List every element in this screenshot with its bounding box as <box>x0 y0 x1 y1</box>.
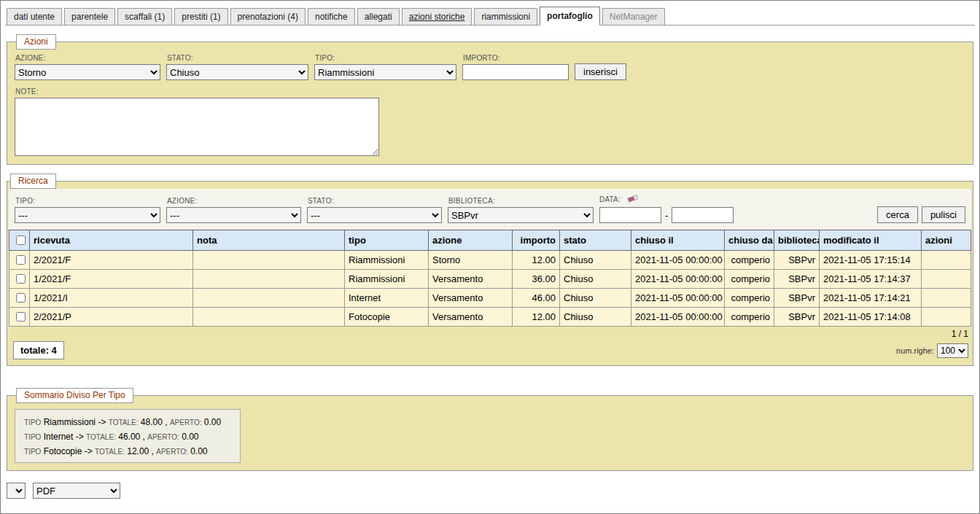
tab-azioni-storiche[interactable]: azioni storiche <box>402 8 472 26</box>
num-righe-label: num.righe: <box>896 346 934 355</box>
cell-importo: 12.00 <box>513 251 560 270</box>
export-extra-select[interactable] <box>7 483 26 499</box>
cell-chiuso-da: comperio <box>725 308 774 327</box>
header-nota: nota <box>193 230 345 251</box>
cell-chiuso-da: comperio <box>725 270 774 289</box>
cell-chiuso-da: comperio <box>725 289 774 308</box>
note-field: NOTE: <box>15 87 965 158</box>
tab-parentele[interactable]: parentele <box>64 8 115 26</box>
data-from-input[interactable] <box>599 207 661 223</box>
sommario-tipo-label: TIPO <box>24 418 41 427</box>
table-row: 1/2021/I Internet Versamento 46.00 Chius… <box>9 289 971 308</box>
ricerca-azione-select[interactable]: --- <box>166 207 301 223</box>
sommario-totale-label: TOTALE: <box>109 418 139 427</box>
data-range-separator: - <box>665 210 668 221</box>
tab-prestiti[interactable]: prestiti (1) <box>174 8 228 26</box>
sommario-tipo-value: Fotocopie <box>44 446 82 456</box>
importo-input[interactable] <box>462 64 569 80</box>
select-all-checkbox[interactable] <box>16 235 26 245</box>
tipo-select[interactable]: Riammissioni <box>314 64 456 80</box>
totale-badge: totale: 4 <box>13 341 64 359</box>
cell-chiuso-il: 2021-11-05 00:00:00 <box>631 289 725 308</box>
stato-field: STATO: Chiuso <box>166 54 308 80</box>
sommario-aperto-label: APERTO: <box>147 433 179 441</box>
cell-modificato-il: 2021-11-05 17:14:21 <box>820 289 922 308</box>
tab-portafoglio[interactable]: portafoglio <box>540 7 600 26</box>
cell-stato: Chiuso <box>560 289 631 308</box>
ricerca-section: Ricerca TIPO: --- AZIONE: --- STATO: ---… <box>7 174 973 366</box>
note-textarea[interactable] <box>15 98 379 156</box>
ricerca-biblioteca-select[interactable]: SBPvr <box>448 207 594 223</box>
cell-nota <box>193 270 345 289</box>
row-checkbox[interactable] <box>16 274 26 284</box>
sommario-legend: Sommario Diviso Per Tipo <box>16 388 133 403</box>
sommario-aperto-value: 0.00 <box>190 446 207 456</box>
cell-stato: Chiuso <box>560 251 631 270</box>
cell-tipo: Fotocopie <box>345 308 429 327</box>
header-azione: azione <box>429 230 513 251</box>
tab-netmanager[interactable]: NetManager <box>602 8 665 26</box>
sommario-tipo-value: Riammissioni <box>44 417 96 427</box>
sommario-line: TIPO Internet -> TOTALE: 46.00 , APERTO:… <box>24 432 231 442</box>
table-row: 2/2021/F Riammissioni Storno 12.00 Chius… <box>9 251 971 270</box>
header-ricevuta: ricevuta <box>30 230 193 251</box>
azione-select[interactable]: Storno <box>15 64 160 80</box>
eraser-icon[interactable] <box>626 193 639 205</box>
inserisci-button[interactable]: inserisci <box>575 63 626 80</box>
page: dati utente parentele scaffali (1) prest… <box>0 0 980 514</box>
sommario-section: Sommario Diviso Per Tipo TIPO Riammissio… <box>7 388 973 471</box>
tab-riammissioni[interactable]: riammissioni <box>474 8 537 26</box>
sommario-arrow: -> <box>98 417 106 427</box>
header-azioni: azioni <box>922 230 971 251</box>
cell-nota <box>193 289 345 308</box>
header-chiuso-da: chiuso da <box>725 230 774 251</box>
sommario-totale-label: TOTALE: <box>86 433 116 441</box>
tab-prenotazioni[interactable]: prenotazioni (4) <box>230 8 306 26</box>
cell-tipo: Riammissioni <box>345 270 429 289</box>
cell-modificato-il: 2021-11-05 17:15:14 <box>820 251 922 270</box>
header-biblioteca: biblioteca <box>774 230 820 251</box>
pulisci-button[interactable]: pulisci <box>922 206 965 223</box>
ricerca-biblioteca-label: BIBLIOTECA: <box>448 197 594 205</box>
data-to-input[interactable] <box>672 207 734 223</box>
tipo-field: TIPO: Riammissioni <box>314 54 456 80</box>
cell-biblioteca: SBPvr <box>774 289 820 308</box>
azione-label: AZIONE: <box>15 54 160 62</box>
sommario-totale-label: TOTALE: <box>95 448 125 456</box>
cell-azione: Storno <box>429 251 513 270</box>
sommario-comma: , <box>152 446 154 456</box>
cell-ricevuta: 1/2021/F <box>30 270 193 289</box>
tab-dati-utente[interactable]: dati utente <box>7 8 62 26</box>
sommario-tipo-label: TIPO <box>24 448 41 456</box>
tab-notifiche[interactable]: notifiche <box>308 8 355 26</box>
tab-allegati[interactable]: allegati <box>357 8 400 26</box>
page-indicator: 1 / 1 <box>9 327 971 340</box>
importo-label: IMPORTO: <box>463 54 569 62</box>
export-format-select[interactable]: PDF <box>33 483 120 499</box>
row-checkbox[interactable] <box>16 255 26 265</box>
header-tipo: tipo <box>345 230 429 251</box>
ricerca-tipo-select[interactable]: --- <box>15 207 160 223</box>
cell-azione: Versamento <box>429 270 513 289</box>
tipo-label: TIPO: <box>315 54 456 62</box>
cell-tipo: Riammissioni <box>345 251 429 270</box>
row-checkbox[interactable] <box>16 293 26 303</box>
cell-importo: 12.00 <box>513 308 560 327</box>
sommario-tipo-label: TIPO <box>24 433 41 441</box>
tab-scaffali[interactable]: scaffali (1) <box>117 8 172 26</box>
results-table: ricevuta nota tipo azione importo stato … <box>9 230 971 327</box>
ricerca-stato-select[interactable]: --- <box>307 207 442 223</box>
azione-field: AZIONE: Storno <box>15 54 160 80</box>
cell-importo: 46.00 <box>513 289 560 308</box>
cerca-button[interactable]: cerca <box>877 206 918 223</box>
cell-chiuso-il: 2021-11-05 00:00:00 <box>631 270 725 289</box>
ricerca-azione-field: AZIONE: --- <box>166 197 301 223</box>
cell-nota <box>193 251 345 270</box>
cell-stato: Chiuso <box>560 308 631 327</box>
row-checkbox[interactable] <box>16 312 26 322</box>
ricerca-stato-field: STATO: --- <box>307 197 442 223</box>
stato-select[interactable]: Chiuso <box>166 64 308 80</box>
num-righe-select[interactable]: 100 <box>937 343 968 358</box>
table-row: 1/2021/F Riammissioni Versamento 36.00 C… <box>9 270 971 289</box>
sommario-arrow: -> <box>76 432 84 442</box>
